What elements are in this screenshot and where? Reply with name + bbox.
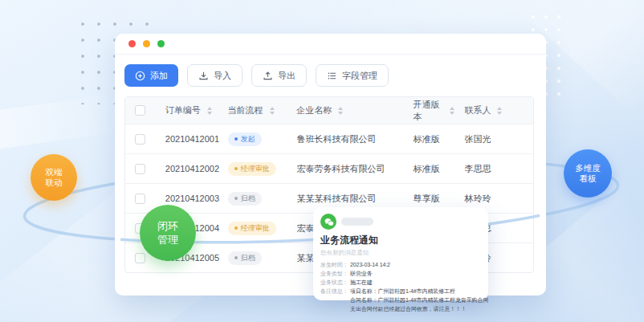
flow-status-badge: 归档 bbox=[228, 192, 262, 206]
minimize-window-dot-icon[interactable] bbox=[143, 40, 150, 47]
version-cell: 标准版 bbox=[404, 133, 455, 145]
feature-badge-multidimension-board: 多维度 看板 bbox=[564, 149, 612, 198]
import-button-label: 导入 bbox=[214, 70, 231, 82]
company-cell: 某某某科技有限公司 bbox=[287, 193, 403, 205]
table-row: 20210412001 发起 鲁班长科技有限公司 标准版 张国光 bbox=[125, 124, 533, 153]
order-number-cell: 20210412002 bbox=[156, 164, 218, 173]
import-icon bbox=[198, 71, 209, 81]
flow-status-badge: 发起 bbox=[228, 132, 262, 146]
column-header-order: 订单编号 bbox=[165, 104, 201, 116]
toolbar: 添加 导入 导出 字段管理 bbox=[115, 55, 546, 96]
plus-circle-icon bbox=[135, 71, 145, 81]
notification-field: 业务状态：施工在建 bbox=[320, 278, 482, 287]
company-cell: 鲁班长科技有限公司 bbox=[287, 133, 403, 145]
field-management-button-label: 字段管理 bbox=[342, 70, 377, 82]
marketing-screenshot: 添加 导入 导出 字段管理 bbox=[0, 0, 644, 322]
row-checkbox[interactable] bbox=[135, 164, 145, 174]
list-settings-icon bbox=[327, 71, 337, 81]
export-icon bbox=[263, 71, 273, 81]
notification-field: 发生时间：2023-03-14 14:2 bbox=[320, 260, 482, 269]
add-button[interactable]: 添加 bbox=[124, 64, 178, 87]
version-cell: 尊享版 bbox=[404, 193, 455, 205]
table-header-row: 订单编号 当前流程 企业名称 开通版本 联系人 bbox=[125, 97, 533, 124]
flow-status-badge: 经理审批 bbox=[228, 222, 276, 235]
feature-badge-dual-linkage: 双端 联动 bbox=[31, 154, 77, 201]
table-row: 20210412002 经理审批 宏泰劳务科技有限公司 标准版 李思思 bbox=[125, 153, 533, 183]
row-checkbox[interactable] bbox=[135, 253, 145, 263]
sort-icon[interactable] bbox=[338, 107, 343, 115]
status-dot-icon bbox=[234, 137, 238, 141]
column-header-version: 开通版本 bbox=[414, 99, 444, 123]
notification-subtitle: 您有新的消息通知 bbox=[320, 249, 482, 257]
status-dot-icon bbox=[234, 197, 238, 200]
select-all-checkbox[interactable] bbox=[135, 105, 145, 116]
flow-status-badge: 归档 bbox=[228, 251, 262, 265]
sort-icon[interactable] bbox=[270, 107, 275, 115]
sort-icon[interactable] bbox=[497, 107, 502, 115]
notification-source-placeholder bbox=[341, 218, 373, 226]
row-checkbox[interactable] bbox=[135, 134, 145, 145]
row-checkbox[interactable] bbox=[135, 194, 145, 204]
contact-cell: 李思思 bbox=[454, 163, 533, 175]
contact-cell: 林玲玲 bbox=[454, 193, 533, 205]
order-number-cell: 20210412003 bbox=[156, 194, 218, 203]
notification-field: 备注信息：项目名称：广州碧桂园1-4#市内精装修工程 bbox=[320, 287, 482, 296]
export-button-label: 导出 bbox=[278, 70, 296, 82]
version-cell: 标准版 bbox=[404, 163, 455, 175]
feature-badge-closed-loop: 闭环 管理 bbox=[140, 205, 196, 261]
status-dot-icon bbox=[234, 256, 238, 259]
close-window-dot-icon[interactable] bbox=[128, 40, 136, 47]
notification-field: 支出合同付款已经超过合同收票，请注意！！！ bbox=[320, 304, 482, 313]
notification-title: 业务流程通知 bbox=[320, 234, 482, 247]
field-management-button[interactable]: 字段管理 bbox=[316, 64, 389, 87]
zoom-window-dot-icon[interactable] bbox=[157, 40, 165, 47]
contact-cell: 张国光 bbox=[454, 133, 533, 145]
notification-field: 合同名称：广州碧桂园1-4#市内精装修工程龙骨采购合同 bbox=[320, 296, 482, 304]
column-header-company: 企业名称 bbox=[296, 104, 332, 116]
status-dot-icon bbox=[234, 167, 238, 170]
wechat-icon bbox=[320, 214, 336, 230]
notification-field: 业务类型：联营业务 bbox=[320, 269, 482, 278]
column-header-contact: 联系人 bbox=[464, 104, 491, 116]
notification-fields: 发生时间：2023-03-14 14:2 业务类型：联营业务 业务状态：施工在建… bbox=[320, 260, 482, 313]
order-number-cell: 20210412001 bbox=[156, 134, 218, 144]
notification-header bbox=[320, 214, 482, 230]
status-dot-icon bbox=[234, 226, 238, 230]
notification-card: 业务流程通知 您有新的消息通知 发生时间：2023-03-14 14:2 业务类… bbox=[313, 207, 488, 300]
window-titlebar bbox=[115, 34, 546, 55]
add-button-label: 添加 bbox=[150, 70, 168, 82]
sort-icon[interactable] bbox=[207, 107, 212, 115]
flow-status-badge: 经理审批 bbox=[228, 162, 276, 176]
company-cell: 宏泰劳务科技有限公司 bbox=[287, 163, 403, 175]
import-button[interactable]: 导入 bbox=[187, 64, 243, 87]
column-header-flow: 当前流程 bbox=[228, 104, 263, 116]
export-button[interactable]: 导出 bbox=[251, 64, 307, 87]
